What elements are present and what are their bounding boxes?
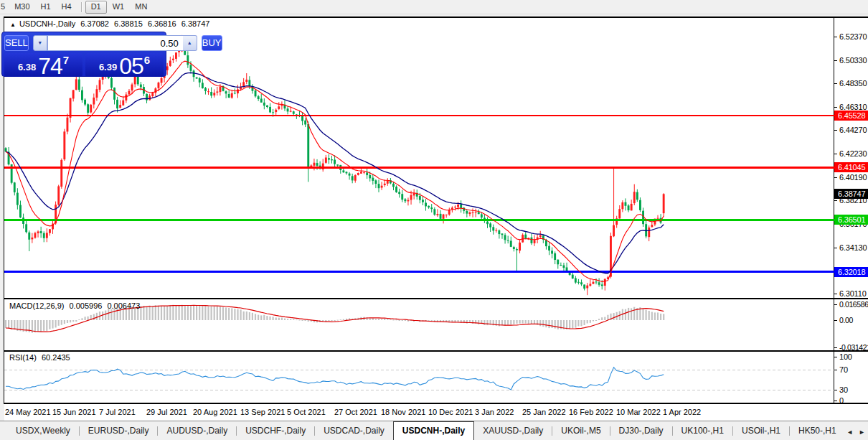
axis-tick [834,347,837,348]
tab-dj30-daily[interactable]: DJ30-,Daily [610,423,672,440]
ohlc-high: 6.38815 [114,19,143,28]
axis-tick [834,83,837,84]
date-label: 13 Sep 2021 [240,408,285,416]
axis-tick [834,401,837,401]
current-price-label: 6.38747 [834,189,868,199]
timeframe-button-d1[interactable]: D1 [85,1,107,14]
timeframe-button-w1[interactable]: W1 [108,1,130,14]
sell-price-display[interactable]: 6.38 74 7 [4,53,82,77]
tabs-scroll-right-icon[interactable]: ► [859,429,865,436]
level-price-label: 6.32018 [834,267,868,277]
axis-label: 6.30110 [839,289,867,298]
axis-label: 6.50330 [839,56,867,65]
buy-button[interactable]: BUY [202,35,222,51]
timeframe-button-h4[interactable]: H4 [57,1,77,14]
mt4-window: 5M30H1H4D1W1MN ▲USDCNH-,Daily 6.37082 6.… [0,0,868,440]
axis-label: 30 [839,385,848,394]
axis-tick [834,154,837,154]
timeframe-button-5[interactable]: 5 [0,1,9,14]
date-label: 7 Jul 2021 [99,408,136,416]
ohlc-open: 6.37082 [80,19,109,28]
axis-label: -0.031421 [839,343,868,352]
axis-label: 6.44270 [839,126,867,134]
sell-price-prefix: 6.38 [18,62,36,72]
rsi-label: RSI(14) [9,353,37,362]
date-label: 20 Aug 2021 [193,408,237,416]
tab-usdcad-daily[interactable]: USDCAD-,Daily [315,423,393,440]
ohlc-low: 6.36816 [148,19,176,28]
timeframe-toolbar: 5M30H1H4D1W1MN [0,0,868,14]
chart-tab-bar: USDX,WeeklyEURUSD-,DailyAUDUSD-,DailyUSD… [0,421,868,440]
timeframe-button-m30[interactable]: M30 [9,1,34,14]
tab-ukoil-m5[interactable]: UKOil-,M5 [552,423,609,440]
sell-price-main: 74 [38,57,62,75]
buy-price-prefix: 6.39 [99,62,117,72]
one-click-trading-widget: SELL ▼ ▲ BUY 6.38 74 7 6.39 05 6 [1,32,166,77]
macd-value-signal: 0.006473 [107,301,140,310]
rsi-value: 60.2435 [42,353,70,362]
chart-marker-icon: ▲ [10,22,16,28]
rsi-title: RSI(14) 60.2435 [9,353,73,362]
axis-tick [834,60,837,61]
volume-increase-button[interactable]: ▲ [183,35,197,51]
macd-title: MACD(12,26,9) 0.005996 0.006473 [9,301,143,310]
sell-button[interactable]: SELL [4,35,29,51]
tab-hk50-h1[interactable]: HK50-,H1 [790,423,845,440]
date-label: 24 May 2021 [5,408,51,416]
tab-eurusd-daily[interactable]: EURUSD-,Daily [80,423,158,440]
volume-input[interactable] [47,35,183,51]
tab-usoil-h1[interactable]: USOil-,H1 [733,423,789,440]
date-label: 25 Jan 2022 [522,408,566,416]
axis-label: 0.016586 [839,300,868,309]
date-label: 27 Oct 2021 [334,408,377,416]
tab-xauusd-daily[interactable]: XAUUSD-,Daily [474,423,552,440]
axis-label: 6.48350 [839,79,867,88]
date-label: 3 Jan 2022 [475,408,514,416]
price-axis[interactable]: 6.523706.503306.483506.463106.442706.422… [834,17,868,404]
macd-value-main: 0.005996 [69,301,102,310]
axis-tick [834,357,837,357]
date-label: 5 Oct 2021 [287,408,326,416]
axis-label: 70 [839,365,848,374]
axis-tick [834,390,837,390]
axis-tick [834,370,837,370]
axis-tick [834,200,837,201]
date-label: 10 Dec 2021 [428,408,473,416]
date-label: 29 Jul 2021 [146,408,187,416]
axis-label: 0.00 [839,316,853,324]
axis-label: 6.34130 [839,243,867,252]
tab-audusd-daily[interactable]: AUDUSD-,Daily [158,423,236,440]
sell-price-pip: 7 [63,54,69,66]
timeframe-button-mn[interactable]: MN [130,1,152,14]
axis-tick [834,130,837,131]
axis-tick [834,107,837,108]
date-label: 15 Jun 2021 [52,408,96,416]
ohlc-close: 6.38747 [181,19,210,28]
chart-title: ▲USDCNH-,Daily 6.37082 6.38815 6.36816 6… [10,19,212,28]
axis-tick [834,177,837,178]
date-label: 18 Nov 2021 [381,408,425,416]
axis-label: 6.42230 [839,149,867,158]
axis-label: 6.40190 [839,173,867,182]
rsi-indicator-chart[interactable] [4,352,834,403]
date-label: 1 Apr 2022 [663,408,701,416]
level-price-label: 6.36501 [834,215,868,225]
tab-usdx-weekly[interactable]: USDX,Weekly [7,423,79,440]
buy-price-display[interactable]: 6.39 05 6 [85,53,164,77]
tab-uk100-h1[interactable]: UK100-,H1 [673,423,732,440]
axis-label: 6.52370 [839,32,867,41]
tabs-scroll-left-icon[interactable]: ◄ [846,429,853,436]
timeframe-button-h1[interactable]: H1 [36,1,56,14]
tab-usdcnh-daily[interactable]: USDCNH-,Daily [393,421,474,440]
axis-tick [834,320,837,321]
toolbar-separator [81,2,82,12]
buy-price-pip: 6 [144,54,150,66]
axis-tick [834,294,837,294]
date-label: 16 Feb 2022 [569,408,613,416]
volume-decrease-button[interactable]: ▼ [33,35,47,51]
macd-label: MACD(12,26,9) [9,301,64,310]
level-price-label: 6.41045 [834,162,868,172]
tab-usdchf-daily[interactable]: USDCHF-,Daily [237,423,314,440]
date-axis[interactable]: 24 May 202115 Jun 20217 Jul 202129 Jul 2… [4,404,868,421]
level-price-label: 6.45528 [834,111,868,121]
